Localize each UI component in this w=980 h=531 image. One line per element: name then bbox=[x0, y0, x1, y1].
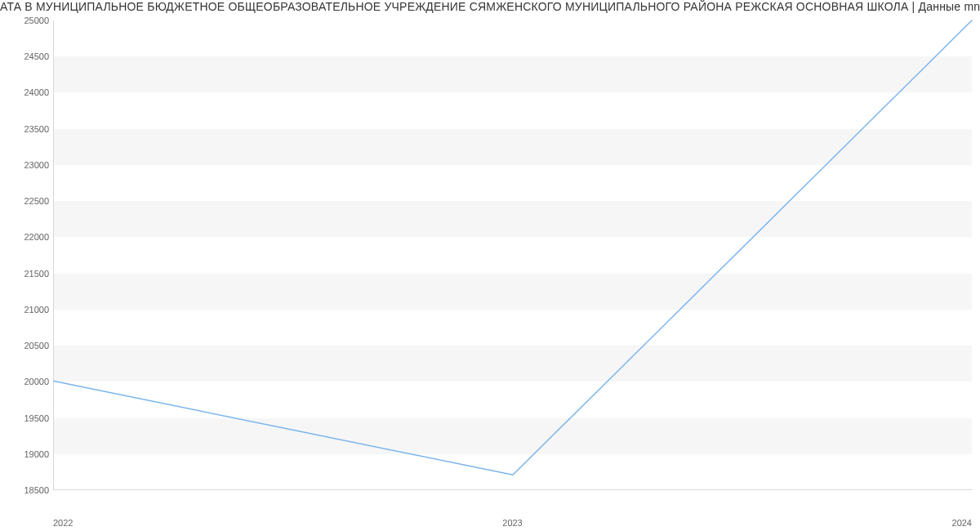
y-axis-tick: 24500 bbox=[0, 51, 49, 61]
y-axis-tick: 22500 bbox=[0, 196, 49, 206]
y-axis-tick: 23000 bbox=[0, 160, 49, 170]
y-axis-tick: 25000 bbox=[0, 16, 49, 25]
y-axis-tick: 19500 bbox=[0, 413, 49, 423]
line-layer bbox=[54, 20, 972, 489]
y-axis-tick: 22000 bbox=[0, 232, 49, 242]
plot-area bbox=[53, 20, 972, 490]
y-axis-tick: 19000 bbox=[0, 449, 49, 459]
y-axis-tick: 20500 bbox=[0, 341, 49, 350]
x-axis-tick: 2023 bbox=[502, 518, 522, 528]
x-axis-tick: 2024 bbox=[952, 518, 972, 528]
data-series-line bbox=[54, 20, 972, 475]
y-axis-tick: 23500 bbox=[0, 124, 49, 134]
x-axis-tick: 2022 bbox=[53, 518, 73, 528]
y-axis-tick: 21500 bbox=[0, 269, 49, 279]
chart-title: АТА В МУНИЦИПАЛЬНОЕ БЮДЖЕТНОЕ ОБЩЕОБРАЗО… bbox=[0, 0, 980, 16]
y-axis-tick: 24000 bbox=[0, 87, 49, 97]
y-axis-tick: 21000 bbox=[0, 305, 49, 315]
y-axis-tick: 18500 bbox=[0, 485, 49, 495]
y-axis-tick: 20000 bbox=[0, 377, 49, 386]
chart-container: АТА В МУНИЦИПАЛЬНОЕ БЮДЖЕТНОЕ ОБЩЕОБРАЗО… bbox=[0, 0, 980, 531]
